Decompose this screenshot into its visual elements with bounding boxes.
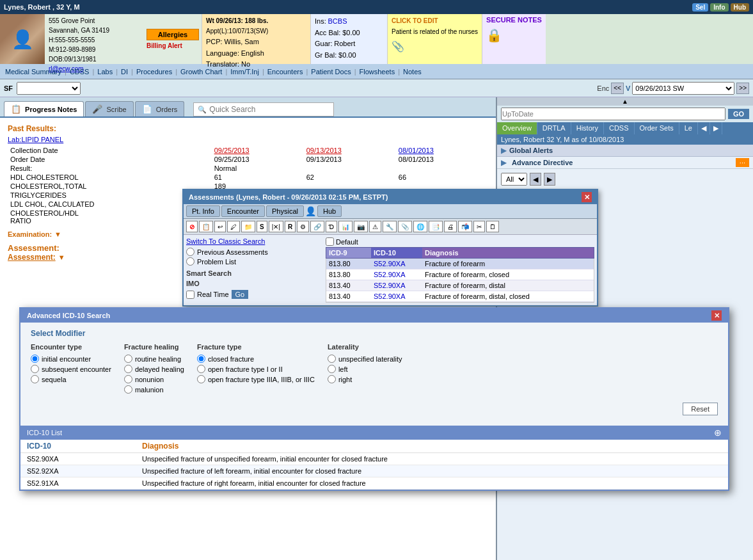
tool-btn-17[interactable]: 🖨: [444, 221, 457, 232]
heal-delayed[interactable]: delayed healing: [124, 365, 184, 373]
tab-nav-next[interactable]: ▶: [710, 122, 722, 134]
click-to-edit-block[interactable]: CLICK TO EDIT Patient is related of the …: [387, 14, 482, 64]
lat-left[interactable]: left: [328, 365, 402, 373]
tool-btn-5[interactable]: 📁: [241, 221, 255, 232]
tool-btn-4[interactable]: 🖊: [227, 221, 240, 232]
icd-row-2[interactable]: 813.80 S52.90XA Fracture of forearm, clo…: [326, 269, 594, 280]
enc-subsequent[interactable]: subsequent encounter: [31, 365, 111, 373]
nav-item-di[interactable]: DI: [118, 67, 131, 77]
collapse-icon[interactable]: ⊕: [714, 428, 722, 438]
icd-list-row-3[interactable]: S52.91XA Unspecified fracture of right f…: [20, 477, 728, 490]
tool-btn-s[interactable]: S: [257, 221, 267, 232]
global-alerts-row[interactable]: ▶ Global Alerts: [497, 145, 753, 157]
tool-btn-13[interactable]: 🔧: [383, 221, 397, 232]
tool-btn-11[interactable]: 📷: [354, 221, 368, 232]
tool-btn-7[interactable]: ⚙: [297, 221, 309, 232]
tab-drtla[interactable]: DRTLA: [537, 122, 571, 134]
heal-nonunion[interactable]: nonunion: [124, 375, 184, 383]
tab-scribe[interactable]: 🎤 Scribe: [85, 101, 133, 116]
date-col-2[interactable]: 09/13/2013: [304, 146, 396, 155]
lat-unspecified[interactable]: unspecified laterality: [328, 355, 402, 363]
tool-btn-2[interactable]: 📋: [199, 221, 213, 232]
next-nav-button[interactable]: ▶: [544, 173, 555, 186]
popup-close-button[interactable]: ✕: [582, 192, 592, 202]
popup-tab-encounter[interactable]: Encounter: [221, 205, 265, 217]
nav-item-procedures[interactable]: Procedures: [134, 67, 175, 77]
nav-item-flowsheets[interactable]: Flowsheets: [357, 67, 398, 77]
adv-close-button[interactable]: ✕: [711, 310, 722, 321]
switch-classic-link[interactable]: Switch To Classic Search: [186, 237, 265, 245]
tab-history[interactable]: History: [571, 122, 604, 134]
nav-item-patient-docs[interactable]: Patient Docs: [308, 67, 353, 77]
frac-closed[interactable]: closed fracture: [197, 355, 315, 363]
icd-row-3[interactable]: 813.40 S52.90XA Fracture of forearm, dis…: [326, 280, 594, 291]
icd-list-row-2[interactable]: S52.92XA Unspecified fracture of left fo…: [20, 465, 728, 477]
enc-sequela[interactable]: sequela: [31, 375, 111, 383]
radio-previous[interactable]: Previous Assessments: [186, 248, 321, 256]
tab-nav-prev[interactable]: ◀: [698, 122, 710, 134]
tab-orders[interactable]: 📄 Orders: [135, 101, 185, 116]
radio-problem[interactable]: Problem List: [186, 257, 321, 266]
heal-routine[interactable]: routine healing: [124, 355, 184, 363]
tag-hub[interactable]: Hub: [731, 3, 749, 12]
tool-btn-9[interactable]: Ɗ: [326, 221, 337, 232]
nav-item-cdss[interactable]: CDSS: [67, 67, 92, 77]
tab-le[interactable]: Le: [679, 122, 698, 134]
frac-open-1-2[interactable]: open fracture type I or II: [197, 365, 315, 373]
tab-overview[interactable]: Overview: [497, 122, 537, 134]
tab-cdss[interactable]: CDSS: [604, 122, 635, 134]
tool-btn-12[interactable]: ⚠: [369, 221, 381, 232]
nav-item-notes[interactable]: Notes: [400, 67, 424, 77]
enc-date-select[interactable]: 09/26/2013 SW: [632, 82, 734, 95]
chevron-down-icon[interactable]: ▼: [54, 230, 61, 238]
date-col-3[interactable]: 08/01/2013: [396, 146, 488, 155]
real-time-checkbox[interactable]: [186, 291, 194, 299]
default-checkbox-row[interactable]: Default: [326, 237, 358, 246]
nav-item-labs[interactable]: Labs: [95, 67, 115, 77]
tool-btn-r[interactable]: R: [285, 221, 296, 232]
icd-row-1[interactable]: 813.80 S52.90XA Fracture of forearm: [326, 259, 594, 269]
tool-btn-6[interactable]: |✕|: [269, 221, 283, 232]
tool-btn-20[interactable]: 🗒: [486, 221, 499, 232]
quick-search-input[interactable]: [209, 105, 324, 114]
date-col-1[interactable]: 09/25/2013: [212, 146, 304, 155]
sf-select[interactable]: [17, 82, 81, 95]
tab-progress-notes[interactable]: 📋 Progress Notes: [4, 101, 84, 116]
tool-btn-18[interactable]: 📬: [458, 221, 472, 232]
assessment-link[interactable]: Assessment:: [8, 253, 56, 262]
tag-info[interactable]: Info: [710, 3, 728, 12]
go-button[interactable]: GO: [728, 109, 749, 119]
all-filter-select[interactable]: All: [501, 173, 527, 186]
tab-order-sets[interactable]: Order Sets: [635, 122, 679, 134]
go-button-2[interactable]: Go: [232, 290, 249, 299]
popup-tab-ptinfo[interactable]: Pt. Info: [186, 205, 220, 217]
scroll-up-indicator[interactable]: ▲: [497, 97, 753, 106]
popup-tab-physical[interactable]: Physical: [266, 205, 304, 217]
icd-list-row-1[interactable]: S52.90XA Unspecified fracture of unspeci…: [20, 453, 728, 465]
enc-next-button[interactable]: >>: [736, 83, 749, 94]
enc-prev-button[interactable]: <<: [611, 83, 624, 94]
tool-btn-1[interactable]: ⊘: [186, 221, 198, 232]
uptodate-input[interactable]: [501, 108, 725, 120]
nav-item-imm-t-inj[interactable]: Imm/T.Inj: [228, 67, 262, 77]
nav-item-growth-chart[interactable]: Growth Chart: [178, 67, 225, 77]
tool-btn-19[interactable]: ✂: [473, 221, 485, 232]
tool-btn-3[interactable]: ↩: [214, 221, 226, 232]
heal-malunion[interactable]: malunion: [124, 385, 184, 394]
allergies-button[interactable]: Allergies: [147, 29, 199, 40]
popup-tab-hub[interactable]: Hub: [317, 205, 342, 217]
orange-menu-button[interactable]: ···: [736, 158, 749, 167]
prev-nav-button[interactable]: ◀: [530, 173, 541, 186]
tool-btn-14[interactable]: 📎: [398, 221, 412, 232]
tag-sel[interactable]: Sel: [692, 3, 708, 12]
tool-btn-8[interactable]: 🔗: [310, 221, 324, 232]
nav-item-encounters[interactable]: Encounters: [265, 67, 306, 77]
icd-row-4[interactable]: 813.40 S52.90XA Fracture of forearm, dis…: [326, 291, 594, 302]
enc-initial[interactable]: initial encounter: [31, 355, 111, 363]
tool-btn-16[interactable]: 📑: [429, 221, 443, 232]
advance-directive-row[interactable]: ▶ Advance Directive ···: [497, 157, 753, 169]
reset-button[interactable]: Reset: [683, 403, 718, 415]
lab-link[interactable]: Lab:LIPID PANEL: [8, 136, 63, 143]
tool-btn-15[interactable]: 🌐: [413, 221, 427, 232]
frac-open-3[interactable]: open fracture type IIIA, IIIB, or IIIC: [197, 375, 315, 383]
